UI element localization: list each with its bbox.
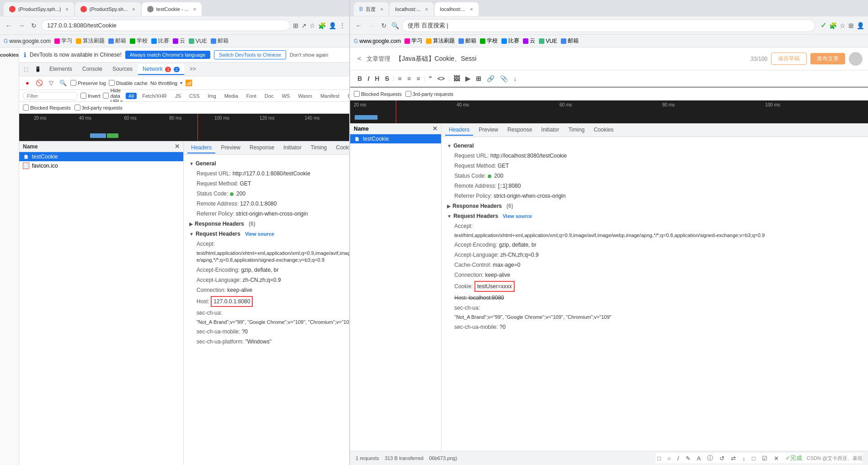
tab-sources[interactable]: Sources xyxy=(108,64,137,75)
filter-wasm[interactable]: Wasm xyxy=(295,93,315,99)
bookmark-algo[interactable]: 算法刷题 xyxy=(76,37,105,45)
link-button[interactable]: 🔗 xyxy=(485,74,496,83)
right-headers-tab-initiator[interactable]: Initiator xyxy=(538,125,563,136)
hide-urls-checkbox[interactable] xyxy=(103,93,109,99)
table-button[interactable]: ⊞ xyxy=(474,74,483,83)
publish-button[interactable]: 发布文章 xyxy=(810,53,845,64)
rbt-close-icon[interactable]: ✕ xyxy=(772,454,781,463)
forward-button[interactable]: → xyxy=(16,21,27,30)
right-headers-tab-cookies[interactable]: Cookies xyxy=(590,125,617,136)
filter-font[interactable]: Font xyxy=(244,93,259,99)
rbt-info-icon[interactable]: ⓘ xyxy=(705,453,715,463)
heading-button[interactable]: H xyxy=(373,74,381,83)
ol-button[interactable]: ≡ xyxy=(405,74,413,83)
name-panel-close-icon[interactable]: ✕ xyxy=(175,143,180,150)
right-response-headers-section[interactable]: ▶ Response Headers (6) xyxy=(447,201,863,211)
headers-tab-headers[interactable]: Headers xyxy=(187,143,215,153)
general-section-header[interactable]: ▼ General xyxy=(189,159,349,169)
dont-show-button[interactable]: Don't show again xyxy=(290,52,328,58)
preserve-log-checkbox[interactable] xyxy=(70,80,76,86)
bookmark-contest[interactable]: 比赛 xyxy=(151,37,169,45)
disable-cache-label[interactable]: Disable cache xyxy=(109,80,148,86)
right-tab-1[interactable]: B 百度 × xyxy=(354,2,389,16)
third-party-checkbox[interactable] xyxy=(75,105,80,111)
right-extension-icon[interactable]: 🧩 xyxy=(829,22,837,29)
ul-button[interactable]: ≡ xyxy=(396,74,404,83)
headers-tab-cookies[interactable]: Cookies xyxy=(332,143,349,153)
name-item-favicon[interactable]: 📄 favicon.ico xyxy=(19,161,183,170)
url-input[interactable] xyxy=(41,20,290,31)
reload-button[interactable]: ↻ xyxy=(29,21,38,30)
rbt-slash-icon[interactable]: / xyxy=(676,454,681,463)
devtools-device-icon[interactable]: 📱 xyxy=(32,64,44,74)
rbt-check-icon[interactable]: ☑ xyxy=(760,454,769,463)
filter-icon-button[interactable]: ▽ xyxy=(47,79,56,88)
right-tab-close-3[interactable]: × xyxy=(470,6,473,12)
tab-console[interactable]: Console xyxy=(78,64,107,75)
right-reload-button[interactable]: ↻ xyxy=(379,21,389,30)
rbt-done-icon[interactable]: ✓完成 xyxy=(783,453,804,463)
switch-devtools-button[interactable]: Switch DevTools to Chinese xyxy=(214,50,286,59)
request-headers-section[interactable]: ▼ Request Headers View source xyxy=(189,229,349,239)
right-bookmark-google[interactable]: G www.google.com xyxy=(354,38,401,44)
rbt-pen-icon[interactable]: ✎ xyxy=(684,454,692,463)
bookmark-google[interactable]: G www.google.com xyxy=(4,38,51,44)
invert-checkbox[interactable] xyxy=(80,93,86,99)
article-title-input[interactable] xyxy=(394,54,747,64)
right-bookmark-mail2[interactable]: 邮箱 xyxy=(561,37,579,45)
code-button[interactable]: <> xyxy=(436,74,447,83)
download-btn[interactable]: ↓ xyxy=(511,74,518,83)
tab-close-1[interactable]: × xyxy=(65,6,68,12)
headers-tab-response[interactable]: Response xyxy=(246,143,278,153)
image-button[interactable]: 🖼 xyxy=(452,74,462,83)
right-tab-close-1[interactable]: × xyxy=(380,6,383,12)
name-item-testcookie[interactable]: 📄 testCookie xyxy=(19,152,183,161)
headers-tab-initiator[interactable]: Initiator xyxy=(280,143,305,153)
right-tab-close-2[interactable]: × xyxy=(425,6,428,12)
profile-icon[interactable]: 👤 xyxy=(329,22,336,29)
right-name-item-testcookie[interactable]: 📄 testCookie xyxy=(350,134,441,143)
response-headers-section[interactable]: ▶ Response Headers (6) xyxy=(189,219,349,229)
right-search-box[interactable]: 使用 百度搜索 | xyxy=(402,19,815,32)
throttling-dropdown-icon[interactable]: ▾ xyxy=(180,80,182,85)
italic-button[interactable]: I xyxy=(366,74,371,83)
filter-doc[interactable]: Doc xyxy=(262,93,277,99)
bookmark-vue[interactable]: VUE xyxy=(189,38,207,44)
right-bookmark-vue[interactable]: VUE xyxy=(539,38,557,44)
menu-icon[interactable]: ⋮ xyxy=(339,22,346,29)
filter-css[interactable]: CSS xyxy=(186,93,202,99)
tab-close-3[interactable]: × xyxy=(193,6,196,12)
bookmark-study[interactable]: 学习 xyxy=(54,37,72,45)
bookmark-icon[interactable]: ☆ xyxy=(309,22,315,29)
right-request-headers-section[interactable]: ▼ Request Headers View source xyxy=(447,211,863,221)
share-icon[interactable]: ↗ xyxy=(301,22,307,29)
filter-media[interactable]: Media xyxy=(222,93,241,99)
right-blocked-requests-label[interactable]: Blocked Requests xyxy=(354,91,402,97)
save-draft-button[interactable]: 保存草稿 xyxy=(771,53,807,65)
bookmark-mail2[interactable]: 邮箱 xyxy=(211,37,229,45)
search-button[interactable]: 🔍 xyxy=(59,79,68,88)
bookmark-cloud[interactable]: 云 xyxy=(173,37,185,45)
right-headers-tab-timing[interactable]: Timing xyxy=(564,125,588,136)
blocked-requests-checkbox[interactable] xyxy=(23,105,29,111)
rbt-redo-icon[interactable]: ⇄ xyxy=(729,454,738,463)
translate-icon[interactable]: ⊞ xyxy=(293,22,298,29)
right-headers-tab-headers[interactable]: Headers xyxy=(445,125,473,136)
right-general-section[interactable]: ▼ General xyxy=(447,141,863,151)
filter-other[interactable]: Other xyxy=(345,93,349,99)
headers-tab-preview[interactable]: Preview xyxy=(217,143,244,153)
rbt-undo-icon[interactable]: ↺ xyxy=(718,454,726,463)
checklist-button[interactable]: ≡ xyxy=(415,74,422,83)
tab-network[interactable]: Network 1 2 xyxy=(138,64,184,75)
bookmark-school[interactable]: 学校 xyxy=(130,37,148,45)
filter-img[interactable]: Img xyxy=(205,93,219,99)
article-back-icon[interactable]: ＜ xyxy=(356,54,363,63)
right-bookmark-cloud[interactable]: 云 xyxy=(523,37,535,45)
disable-cache-checkbox[interactable] xyxy=(109,80,115,86)
right-profile-icon[interactable]: 👤 xyxy=(857,22,864,29)
tab-2[interactable]: (ProductSpy.sh... × xyxy=(75,2,141,16)
record-button[interactable]: ● xyxy=(23,79,32,88)
right-tab-2[interactable]: localhost:... × xyxy=(389,2,433,16)
preserve-log-label[interactable]: Preserve log xyxy=(70,80,106,86)
tab-elements[interactable]: Elements xyxy=(45,64,77,75)
